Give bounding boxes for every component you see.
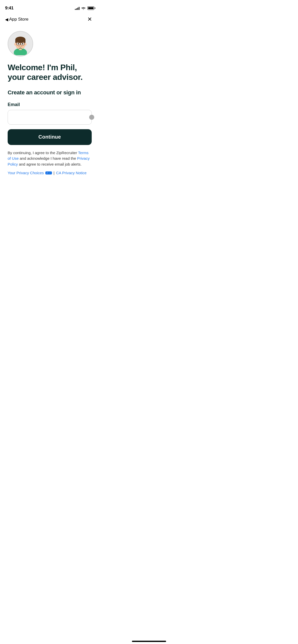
svg-rect-6 (24, 39, 25, 43)
svg-point-7 (14, 43, 16, 46)
close-icon: ✕ (87, 17, 92, 22)
close-button[interactable]: ✕ (85, 15, 94, 24)
privacy-check2-icon: ✓ (49, 172, 51, 174)
svg-point-14 (18, 43, 19, 45)
signal-icon (75, 7, 79, 10)
back-button[interactable]: ◀ App Store (5, 17, 29, 22)
main-content: Welcome! I'm Phil, your career advisor. … (0, 26, 99, 183)
privacy-row: Your Privacy Choices ✓ ✓ | CA Privacy No… (8, 171, 92, 175)
privacy-check1-icon: ✓ (46, 172, 48, 174)
email-input-wrapper (8, 110, 92, 125)
ca-privacy-notice-link[interactable]: CA Privacy Notice (56, 171, 87, 175)
email-label: Email (8, 102, 92, 107)
email-input[interactable] (8, 110, 92, 125)
battery-icon (87, 6, 94, 10)
back-label: App Store (9, 17, 29, 22)
your-privacy-choices-link[interactable]: Your Privacy Choices (8, 171, 44, 175)
scroll-indicator (89, 115, 94, 120)
privacy-separator: | (53, 171, 55, 175)
svg-point-15 (22, 43, 23, 45)
legal-text-middle: and acknowledge I have read the (19, 156, 77, 160)
legal-text-after: and agree to receive email job alerts. (18, 162, 82, 166)
sub-heading: Create an account or sign in (8, 89, 92, 96)
svg-point-8 (24, 43, 26, 46)
nav-bar: ◀ App Store ✕ (0, 13, 99, 26)
svg-rect-5 (15, 39, 17, 43)
wifi-icon (81, 7, 86, 10)
avatar (8, 31, 33, 56)
legal-text: By continuing, I agree to the ZipRecruit… (8, 150, 92, 167)
continue-button[interactable]: Continue (8, 129, 92, 145)
legal-text-before: By continuing, I agree to the ZipRecruit… (8, 151, 78, 155)
status-icons (75, 6, 94, 10)
status-time: 9:41 (5, 6, 13, 11)
privacy-badge-icon: ✓ ✓ (45, 171, 52, 174)
welcome-heading: Welcome! I'm Phil, your career advisor. (8, 63, 92, 82)
status-bar: 9:41 (0, 0, 99, 13)
back-chevron-icon: ◀ (5, 17, 8, 22)
